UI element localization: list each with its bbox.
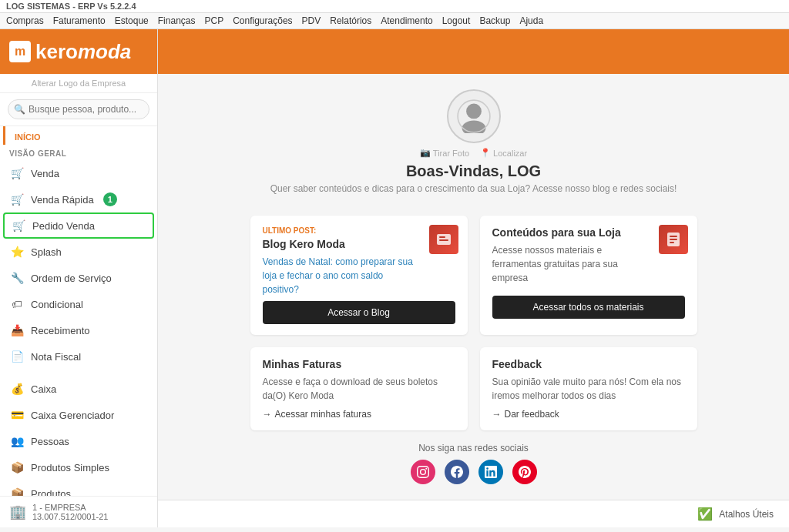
nav-item-nota-fiscal[interactable]: 📄 Nota Fiscal <box>0 343 157 370</box>
faturas-link[interactable]: → Acessar minhas faturas <box>263 409 455 420</box>
venda-rapida-badge: 1 <box>103 192 117 206</box>
sidebar-nav: INÍCIO VISÃO GERAL 🛒 Venda 🛒 Venda Rápid… <box>0 126 157 496</box>
nav-item-pedido-venda[interactable]: 🛒 Pedido Venda <box>3 212 154 239</box>
take-photo-btn[interactable]: 📷 Tirar Foto <box>420 148 469 158</box>
search-input[interactable] <box>8 99 149 119</box>
blog-header: Blog Kero Moda <box>263 238 455 250</box>
nav-label-venda-rapida: Venda Rápida <box>31 194 94 206</box>
star-icon: ⭐ <box>9 244 25 259</box>
conteudos-access-button[interactable]: Acessar todos os materiais <box>492 296 685 319</box>
card-blog: ULTIMO POST: Blog Kero Moda Vendas de Na… <box>250 216 468 335</box>
nav-item-produtos-simples[interactable]: 📦 Produtos Simples <box>0 454 157 480</box>
menu-bar: Compras Faturamento Estoque Finanças PCP… <box>0 13 789 29</box>
menu-relatorios[interactable]: Relatórios <box>330 15 371 26</box>
pinterest-icon[interactable] <box>512 460 537 484</box>
instagram-icon[interactable] <box>411 460 435 484</box>
menu-pcp[interactable]: PCP <box>204 15 223 26</box>
conteudos-header: Conteúdos para sua Loja <box>492 226 685 239</box>
social-section: Nos siga nas redes sociais <box>250 443 697 484</box>
feedback-link[interactable]: → Dar feedback <box>492 409 685 420</box>
file-icon: 📄 <box>9 349 25 364</box>
arrow-icon-feedback: → <box>492 409 502 420</box>
sidebar-header: m keromoda <box>0 29 157 74</box>
blog-sub: ULTIMO POST: <box>263 226 455 235</box>
linkedin-icon[interactable] <box>478 460 503 484</box>
blog-image <box>429 225 458 254</box>
atalhos-label[interactable]: Atalhos Úteis <box>719 509 774 520</box>
nav-item-caixa[interactable]: 💰 Caixa <box>0 376 157 402</box>
nav-label-splash: Splash <box>31 246 62 258</box>
nav-item-condicional[interactable]: 🏷 Condicional <box>0 291 157 317</box>
main-layout: m keromoda Alterar Logo da Empresa 🔍 INÍ… <box>0 29 789 527</box>
app-name: LOG SISTEMAS - ERP Vs 5.2.2.4 <box>6 2 136 11</box>
content-top-bar <box>158 29 789 74</box>
nav-label-caixa-gerenciador: Caixa Gerenciador <box>31 410 114 421</box>
card-faturas: Minhas Faturas Acesse e faça o download … <box>250 347 468 430</box>
faturas-desc: Acesse e faça o download de seus boletos… <box>263 375 455 403</box>
svg-rect-9 <box>670 242 674 243</box>
nav-item-recebimento[interactable]: 📥 Recebimento <box>0 317 157 343</box>
menu-atendimento[interactable]: Atendimento <box>381 15 432 26</box>
logo-icon: m <box>9 41 31 62</box>
avatar <box>447 89 501 143</box>
menu-configuracoes[interactable]: Configurações <box>233 15 292 26</box>
menu-faturamento[interactable]: Faturamento <box>53 15 106 26</box>
welcome-subtitle: Quer saber conteúdos e dicas para o cres… <box>270 183 677 194</box>
avatar-svg <box>457 99 491 133</box>
arrow-icon: → <box>263 409 272 420</box>
cart-icon: 🛒 <box>9 166 25 181</box>
svg-rect-4 <box>439 236 445 238</box>
avatar-actions: 📷 Tirar Foto 📍 Localizar <box>420 148 527 158</box>
logo-change-label[interactable]: Alterar Logo da Empresa <box>0 74 157 93</box>
svg-point-0 <box>466 104 482 119</box>
company-name: 1 - EMPRESA <box>32 503 108 512</box>
conteudos-image <box>659 225 688 254</box>
inbox-icon: 📥 <box>9 323 25 338</box>
social-icons <box>250 460 697 484</box>
nav-item-pessoas[interactable]: 👥 Pessoas <box>0 428 157 454</box>
nav-label-pessoas: Pessoas <box>31 436 69 447</box>
nav-item-venda[interactable]: 🛒 Venda <box>0 160 157 186</box>
menu-estoque[interactable]: Estoque <box>115 15 149 26</box>
menu-pdv[interactable]: PDV <box>302 15 321 26</box>
feedback-desc: Sua opinião vale muito para nós! Com ela… <box>492 375 685 403</box>
nav-item-caixa-gerenciador[interactable]: 💳 Caixa Gerenciador <box>0 402 157 428</box>
box2-icon: 📦 <box>9 486 25 496</box>
sidebar: m keromoda Alterar Logo da Empresa 🔍 INÍ… <box>0 29 158 527</box>
blog-access-button[interactable]: Acessar o Blog <box>263 301 455 324</box>
camera-icon: 📷 <box>420 148 431 158</box>
logo-text: keromoda <box>35 40 131 64</box>
content-body: 📷 Tirar Foto 📍 Localizar Boas-Vindas, LO… <box>158 74 789 500</box>
company-cnpj: 13.007.512/0001-21 <box>32 512 108 521</box>
menu-logout[interactable]: Logout <box>442 15 471 26</box>
nav-label-produtos-simples: Produtos Simples <box>31 462 109 473</box>
menu-compras[interactable]: Compras <box>6 15 44 26</box>
nav-item-splash[interactable]: ⭐ Splash <box>0 239 157 265</box>
nav-item-produtos[interactable]: 📦 Produtos <box>0 480 157 496</box>
building-icon: 🏢 <box>9 504 26 520</box>
card-conteudos: Conteúdos para sua Loja Acesse nossos ma… <box>480 216 697 335</box>
conteudos-desc: Acesse nossos materiais e ferramentas gr… <box>492 243 685 285</box>
nav-item-ordem-servico[interactable]: 🔧 Ordem de Serviço <box>0 265 157 291</box>
menu-financas[interactable]: Finanças <box>158 15 196 26</box>
nav-label-produtos: Produtos <box>31 488 71 497</box>
faturas-header: Minhas Faturas <box>263 358 455 370</box>
menu-backup[interactable]: Backup <box>479 15 510 26</box>
nav-label-nota-fiscal: Nota Fiscal <box>31 351 81 363</box>
nav-label-venda: Venda <box>31 168 59 179</box>
menu-ajuda[interactable]: Ajuda <box>519 15 543 26</box>
nav-item-venda-rapida[interactable]: 🛒 Venda Rápida 1 <box>0 186 157 212</box>
nav-label-condicional: Condicional <box>31 299 83 310</box>
search-box: 🔍 <box>0 93 157 126</box>
blog-link[interactable]: Vendas de Natal: como preparar sua loja … <box>263 255 455 296</box>
nav-label-caixa: Caixa <box>31 383 56 395</box>
nav-label-pedido-venda: Pedido Venda <box>32 220 95 232</box>
svg-point-1 <box>462 121 485 134</box>
nav-label-ordem-servico: Ordem de Serviço <box>31 273 112 284</box>
facebook-icon[interactable] <box>445 460 469 484</box>
bottom-bar: ✅ Atalhos Úteis <box>158 500 789 527</box>
people-icon: 👥 <box>9 433 25 449</box>
locate-btn[interactable]: 📍 Localizar <box>480 148 527 158</box>
social-title: Nos siga nas redes sociais <box>250 443 697 453</box>
svg-rect-5 <box>439 239 448 241</box>
